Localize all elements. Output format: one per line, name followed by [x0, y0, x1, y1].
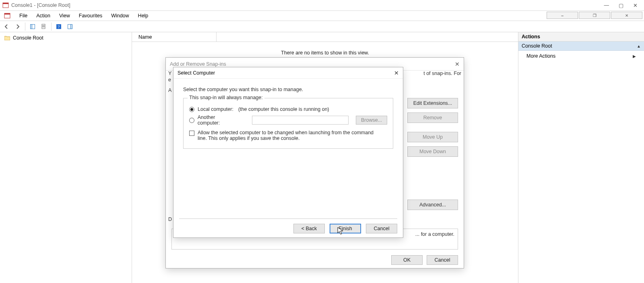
remove-button[interactable]: Remove [407, 112, 458, 123]
empty-list-text: There are no items to show in this view. [132, 50, 518, 56]
checkbox-icon[interactable] [189, 131, 194, 136]
menu-view[interactable]: View [59, 13, 70, 19]
move-up-button[interactable]: Move Up [407, 132, 458, 142]
separator [51, 23, 52, 31]
back-button[interactable]: < Back [293, 224, 325, 233]
svg-rect-3 [4, 13, 10, 15]
radio-other-label: Another computer: [198, 114, 238, 126]
group-legend: This snap-in will always manage: [188, 95, 264, 100]
dialog-close-icon[interactable]: ✕ [455, 61, 460, 67]
more-actions[interactable]: More Actions ▶ [518, 51, 644, 61]
manage-group: This snap-in will always manage: Local c… [183, 98, 393, 149]
list-header: Name [132, 32, 518, 42]
minimize-icon[interactable]: — [604, 2, 609, 8]
mmc-icon [2, 2, 9, 8]
menu-help[interactable]: Help [138, 13, 149, 19]
dialog-intro-1: Y [168, 71, 171, 76]
description-text: ... for a computer. [415, 231, 454, 237]
dialog-intro-1b: t of snap-ins. For [423, 71, 461, 76]
allow-change-checkbox-row[interactable]: Allow the selected computer to be change… [189, 130, 387, 141]
mdi-minimize[interactable]: ‒ [547, 12, 578, 19]
forward-button[interactable] [13, 22, 23, 31]
radio-another-computer[interactable]: Another computer: Browse... [189, 114, 387, 126]
window-title: Console1 - [Console Root] [11, 2, 70, 8]
svg-rect-5 [31, 24, 32, 29]
radio-icon[interactable] [189, 118, 194, 123]
svg-rect-1 [3, 3, 8, 4]
show-hide-action-pane-button[interactable] [65, 22, 75, 31]
dialog-footer: < Back Finish Cancel [293, 224, 397, 233]
dialog-titlebar[interactable]: Select Computer ✕ [173, 67, 403, 79]
dialog-footer: OK Cancel [166, 252, 464, 268]
collapse-icon[interactable]: ▲ [637, 44, 641, 48]
dialog-prompt: Select the computer you want this snap-i… [183, 87, 393, 92]
svg-rect-10 [71, 24, 72, 29]
mdi-controls: ‒ ❐ ✕ [547, 12, 642, 19]
dialog-title: Add or Remove Snap-ins [170, 61, 226, 67]
radio-local-hint: (the computer this console is running on… [238, 106, 329, 112]
ok-button[interactable]: OK [391, 255, 423, 265]
computer-name-input[interactable] [252, 116, 349, 125]
actions-group[interactable]: Console Root ▲ [518, 42, 644, 51]
select-computer-dialog: Select Computer ✕ Select the computer yo… [173, 67, 403, 238]
actions-group-label: Console Root [522, 43, 552, 49]
actions-header: Actions [518, 32, 644, 42]
help-button[interactable]: ? [54, 22, 64, 31]
allow-change-label: Allow the selected computer to be change… [198, 130, 375, 141]
back-button[interactable] [2, 22, 11, 31]
maximize-icon[interactable]: ▢ [619, 2, 623, 8]
folder-icon [4, 35, 10, 41]
separator [25, 23, 25, 31]
cancel-button[interactable]: Cancel [366, 224, 397, 233]
browse-button[interactable]: Browse... [356, 116, 387, 125]
dialog-title: Select Computer [178, 70, 215, 76]
advanced-button[interactable]: Advanced... [407, 200, 458, 210]
available-label: A [168, 87, 171, 93]
dialog-side-buttons: Edit Extensions... Remove Move Up Move D… [407, 98, 458, 161]
finish-button[interactable]: Finish [330, 224, 361, 233]
more-actions-label: More Actions [526, 53, 555, 59]
move-down-button[interactable]: Move Down [407, 146, 458, 157]
dialog-close-icon[interactable]: ✕ [394, 70, 399, 76]
radio-local-computer[interactable]: Local computer: (the computer this conso… [189, 106, 387, 112]
menu-bar: File Action View Favourites Window Help … [0, 10, 644, 21]
description-label: D [168, 216, 172, 222]
mdi-close[interactable]: ✕ [611, 12, 642, 19]
menu-window[interactable]: Window [111, 13, 129, 19]
menu-favourites[interactable]: Favourites [79, 13, 102, 19]
edit-extensions-button[interactable]: Edit Extensions... [407, 98, 458, 108]
radio-icon[interactable] [189, 107, 194, 112]
export-list-button[interactable] [39, 22, 49, 31]
tree-item-console-root[interactable]: Console Root [2, 34, 129, 42]
dialog-intro-2: e [168, 77, 171, 83]
menu-file[interactable]: File [19, 13, 27, 19]
menu-action[interactable]: Action [36, 13, 50, 19]
actions-pane: Actions Console Root ▲ More Actions ▶ [518, 32, 644, 283]
cancel-button[interactable]: Cancel [427, 255, 458, 265]
window-titlebar: Console1 - [Console Root] — ▢ ✕ [0, 0, 644, 10]
mdi-restore[interactable]: ❐ [579, 12, 610, 19]
tree-item-label: Console Root [13, 35, 43, 41]
scope-tree[interactable]: Console Root [0, 32, 132, 283]
close-icon[interactable]: ✕ [633, 2, 638, 8]
radio-local-label: Local computer: [198, 106, 233, 112]
mmc-icon [4, 12, 10, 19]
svg-text:?: ? [58, 25, 60, 29]
column-name[interactable]: Name [136, 32, 217, 42]
toolbar: ? [0, 21, 644, 32]
separator [179, 218, 397, 219]
show-hide-tree-button[interactable] [28, 22, 37, 31]
chevron-right-icon: ▶ [633, 54, 636, 58]
